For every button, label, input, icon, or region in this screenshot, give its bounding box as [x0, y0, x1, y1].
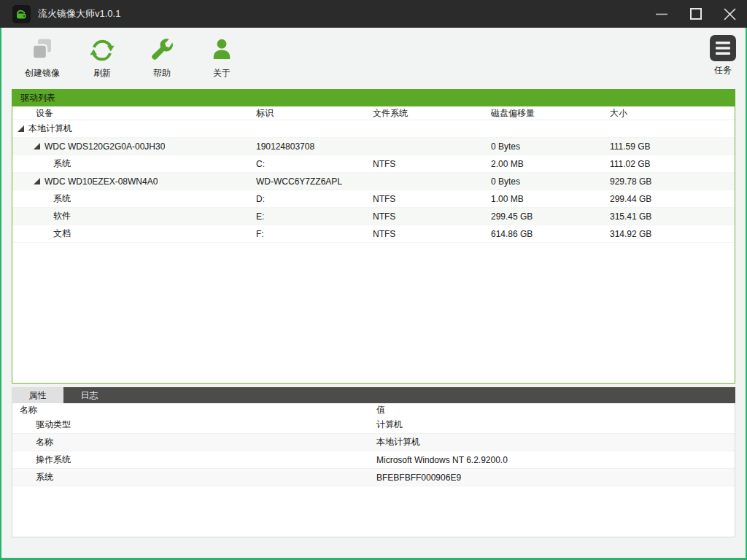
table-row[interactable]: 系统 D: NTFS 1.00 MB 299.44 GB — [12, 190, 735, 208]
column-header-filesystem[interactable]: 文件系统 — [373, 107, 491, 120]
property-row[interactable]: 驱动类型 计算机 — [12, 416, 735, 434]
table-row[interactable]: 系统 C: NTFS 2.00 MB 111.02 GB — [12, 155, 735, 173]
column-header-size[interactable]: 大小 — [610, 107, 735, 120]
table-row[interactable]: 软件 E: NTFS 299.45 GB 315.41 GB — [12, 208, 735, 225]
create-image-copy-icon — [29, 34, 55, 63]
device-label: 系统 — [53, 158, 71, 170]
drive-id-cell: E: — [256, 211, 373, 222]
column-header-value: 值 — [375, 404, 735, 416]
device-label: 软件 — [53, 210, 71, 222]
table-row[interactable]: WDC WDS120G2G0A-00JH30 190124803708 0 By… — [12, 138, 735, 155]
expander-icon[interactable] — [18, 125, 28, 132]
expander-icon[interactable] — [34, 143, 44, 149]
offset-cell: 299.45 GB — [491, 211, 610, 222]
drive-id-cell: 190124803708 — [256, 141, 373, 152]
toolbar-label: 关于 — [213, 67, 231, 79]
device-label: 本地计算机 — [28, 122, 72, 135]
device-label: WDC WD10EZEX-08WN4A0 — [44, 176, 158, 187]
column-header-offset[interactable]: 磁盘偏移量 — [491, 107, 610, 120]
property-value: 本地计算机 — [375, 436, 735, 448]
property-name: 驱动类型 — [12, 419, 375, 431]
device-label: WDC WDS120G2G0A-00JH30 — [44, 141, 165, 152]
device-label: 系统 — [53, 192, 71, 205]
column-header-device[interactable]: 设备 — [12, 107, 256, 120]
tasks-label: 任务 — [714, 64, 732, 77]
property-row[interactable]: 名称 本地计算机 — [12, 434, 735, 451]
title-bar: 流火镜像大师v1.0.1 — [0, 0, 747, 28]
size-cell: 111.02 GB — [610, 159, 735, 169]
close-icon[interactable] — [713, 0, 747, 28]
drive-id-cell: F: — [256, 229, 373, 239]
filesystem-cell: NTFS — [373, 211, 491, 222]
offset-cell: 614.86 GB — [491, 229, 610, 239]
size-cell: 929.78 GB — [610, 176, 735, 187]
minimize-icon[interactable] — [644, 0, 678, 28]
drive-list-caption: 驱动列表 — [12, 89, 735, 106]
about-button[interactable]: 关于 — [198, 34, 245, 79]
filesystem-cell: NTFS — [373, 194, 491, 204]
offset-cell: 0 Bytes — [491, 176, 610, 187]
table-row[interactable]: WDC WD10EZEX-08WN4A0 WD-WCC6Y7ZZ6APL 0 B… — [12, 173, 735, 190]
size-cell: 299.44 GB — [610, 194, 735, 204]
drive-id-cell: C: — [256, 159, 373, 169]
property-value: Microsoft Windows NT 6.2.9200.0 — [375, 455, 735, 465]
tab-properties[interactable]: 属性 — [12, 387, 63, 403]
bottom-tab-bar: 属性 日志 — [12, 387, 735, 403]
user-icon — [209, 34, 234, 63]
drive-id-cell: WD-WCC6Y7ZZ6APL — [256, 176, 373, 187]
tasks-button[interactable]: 任务 — [709, 34, 737, 77]
wrench-icon — [149, 34, 175, 63]
device-label: 文档 — [53, 228, 71, 240]
toolbar-label: 创建镜像 — [25, 67, 60, 79]
table-row[interactable]: 文档 F: NTFS 614.86 GB 314.92 GB — [12, 225, 735, 243]
property-name: 名称 — [12, 436, 375, 448]
expander-icon[interactable] — [34, 178, 44, 184]
offset-cell: 1.00 MB — [491, 194, 610, 204]
offset-cell: 0 Bytes — [491, 141, 610, 152]
drive-list-panel: 设备 标识 文件系统 磁盘偏移量 大小 本地计算机 WDC WDS120G2G0… — [12, 106, 735, 384]
app-window: 流火镜像大师v1.0.1 创建镜像 — [0, 0, 747, 560]
drive-id-cell: D: — [256, 194, 373, 204]
property-row[interactable]: 系统 BFEBFBFF000906E9 — [12, 469, 735, 486]
drive-list-body: 本地计算机 WDC WDS120G2G0A-00JH30 19012480370… — [12, 120, 735, 243]
window-title: 流火镜像大师v1.0.1 — [38, 7, 644, 20]
size-cell: 315.41 GB — [610, 211, 735, 222]
toolbar-label: 刷新 — [93, 67, 111, 79]
property-row[interactable]: 操作系统 Microsoft Windows NT 6.2.9200.0 — [12, 451, 735, 469]
table-row[interactable]: 本地计算机 — [12, 120, 735, 138]
property-value: BFEBFBFF000906E9 — [375, 472, 735, 483]
property-name: 操作系统 — [12, 454, 375, 466]
toolbar: 创建镜像 刷新 帮助 — [1, 28, 746, 89]
disk-image-app-icon — [12, 5, 31, 23]
properties-body: 驱动类型 计算机 名称 本地计算机 操作系统 Microsoft Windows… — [12, 416, 735, 486]
filesystem-cell: NTFS — [373, 159, 491, 169]
toolbar-label: 帮助 — [153, 67, 171, 79]
drive-list-column-headers: 设备 标识 文件系统 磁盘偏移量 大小 — [12, 106, 735, 120]
size-cell: 314.92 GB — [610, 229, 735, 239]
properties-column-headers: 名称 值 — [12, 403, 735, 416]
help-button[interactable]: 帮助 — [139, 34, 185, 79]
property-value: 计算机 — [375, 419, 735, 431]
refresh-button[interactable]: 刷新 — [79, 34, 125, 79]
hamburger-menu-icon — [709, 34, 737, 62]
maximize-icon[interactable] — [678, 0, 713, 28]
tab-log[interactable]: 日志 — [63, 387, 115, 403]
column-header-id[interactable]: 标识 — [256, 107, 373, 120]
create-image-button[interactable]: 创建镜像 — [19, 34, 66, 79]
client-area: 创建镜像 刷新 帮助 — [0, 28, 747, 560]
offset-cell: 2.00 MB — [491, 159, 610, 169]
filesystem-cell: NTFS — [373, 229, 491, 239]
refresh-icon — [89, 34, 115, 63]
size-cell: 111.59 GB — [610, 141, 735, 152]
property-name: 系统 — [12, 471, 375, 483]
column-header-name: 名称 — [12, 404, 375, 416]
properties-panel: 名称 值 驱动类型 计算机 名称 本地计算机 操作系统 Microsoft Wi… — [12, 403, 735, 537]
